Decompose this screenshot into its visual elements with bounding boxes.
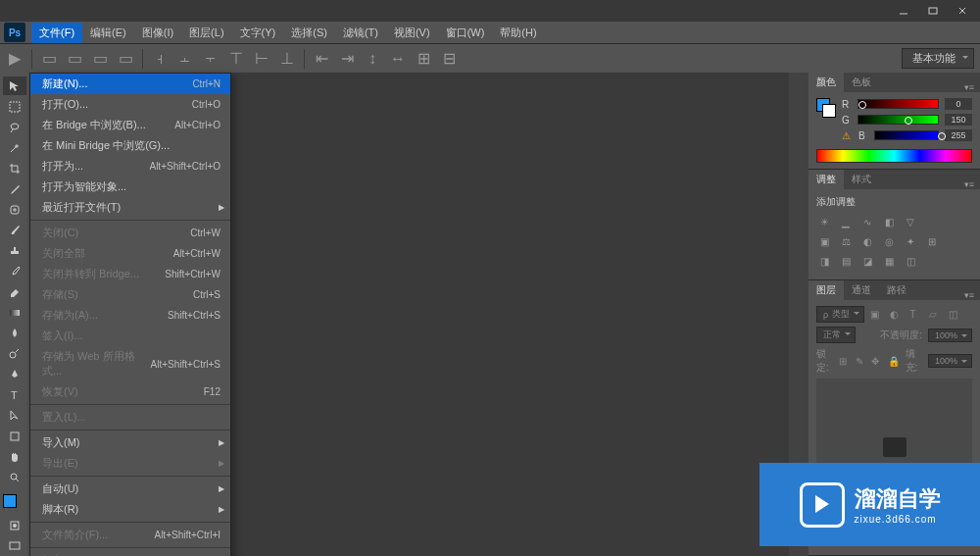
zoom-tool[interactable] — [3, 468, 26, 486]
menu-item[interactable]: 在 Mini Bridge 中浏览(G)... — [30, 135, 230, 156]
blend-mode-dropdown[interactable]: 正常 — [816, 327, 856, 343]
filter-type-icon[interactable]: T — [909, 309, 923, 320]
gradient-tool[interactable] — [3, 303, 26, 322]
align-icon[interactable]: ⊥ — [278, 50, 296, 68]
align-icon[interactable]: ⫠ — [176, 50, 194, 68]
tab-styles[interactable]: 样式 — [844, 170, 879, 189]
r-slider[interactable] — [858, 99, 939, 109]
menu-编辑(E)[interactable]: 编辑(E) — [82, 23, 134, 43]
photo-icon[interactable]: ◎ — [881, 234, 897, 248]
dist-icon[interactable]: ⇤ — [313, 50, 330, 68]
dist-icon[interactable]: ↕ — [364, 50, 381, 68]
menu-item[interactable]: 最近打开文件(T) — [30, 197, 230, 218]
filter-smart-icon[interactable]: ◫ — [949, 309, 962, 320]
menu-item[interactable]: 自动(U) — [30, 479, 230, 499]
g-value[interactable]: 150 — [945, 114, 972, 126]
lock-trans-icon[interactable]: ⊞ — [839, 356, 850, 367]
tab-color[interactable]: 颜色 — [808, 73, 844, 92]
minimize-button[interactable] — [890, 4, 917, 18]
tab-swatches[interactable]: 色板 — [844, 73, 879, 92]
crop-tool[interactable] — [3, 159, 26, 177]
close-button[interactable] — [949, 4, 976, 18]
thresh-icon[interactable]: ◪ — [859, 254, 875, 268]
menu-文字(Y)[interactable]: 文字(Y) — [232, 23, 284, 43]
align-icon[interactable]: ⊢ — [253, 50, 270, 68]
panel-menu-icon[interactable]: ▾≡ — [958, 82, 980, 92]
menu-item[interactable]: 导入(M) — [30, 432, 230, 453]
lock-pixel-icon[interactable]: ✎ — [856, 356, 866, 367]
stamp-tool[interactable] — [3, 241, 26, 260]
filter-dropdown[interactable]: ρ类型 — [816, 306, 864, 323]
dodge-tool[interactable] — [3, 344, 26, 363]
vibrance-icon[interactable]: ▽ — [903, 215, 918, 228]
menu-item[interactable]: 在 Bridge 中浏览(B)...Alt+Ctrl+O — [30, 115, 230, 135]
opt-icon[interactable]: ▭ — [117, 50, 134, 68]
menu-滤镜(T)[interactable]: 滤镜(T) — [335, 23, 386, 43]
lookup-icon[interactable]: ⊞ — [924, 234, 940, 248]
menu-item[interactable]: 新建(N)...Ctrl+N — [30, 74, 230, 94]
poster-icon[interactable]: ▤ — [838, 254, 854, 268]
menu-item[interactable]: 打开(O)...Ctrl+O — [30, 94, 230, 115]
tab-adjustments[interactable]: 调整 — [808, 170, 844, 189]
align-icon[interactable]: ⫞ — [151, 50, 169, 68]
b-value[interactable]: 255 — [945, 129, 972, 141]
warning-icon[interactable]: ⚠ — [842, 130, 851, 141]
eyedropper-tool[interactable] — [3, 179, 26, 198]
quickmask-tool[interactable] — [3, 517, 26, 535]
levels-icon[interactable]: ▁ — [838, 215, 854, 228]
filter-pixel-icon[interactable]: ▣ — [870, 309, 884, 320]
opt-icon[interactable]: ▭ — [40, 50, 58, 68]
menu-图像(I)[interactable]: 图像(I) — [134, 23, 181, 43]
tab-channels[interactable]: 通道 — [844, 280, 879, 300]
dist-icon[interactable]: ⊞ — [415, 50, 432, 68]
gradmap-icon[interactable]: ▦ — [881, 254, 897, 268]
blur-tool[interactable] — [3, 324, 26, 342]
wand-tool[interactable] — [3, 138, 26, 157]
color-swatches[interactable] — [3, 488, 26, 515]
g-slider[interactable] — [858, 115, 939, 125]
type-tool[interactable]: T — [3, 385, 26, 404]
tab-layers[interactable]: 图层 — [808, 280, 844, 300]
pen-tool[interactable] — [3, 365, 26, 383]
path-select-tool[interactable] — [3, 406, 26, 425]
spectrum-bar[interactable] — [816, 149, 972, 163]
brightness-icon[interactable]: ☀ — [816, 215, 832, 228]
brush-tool[interactable] — [3, 221, 26, 239]
maximize-button[interactable] — [919, 4, 947, 18]
hand-tool[interactable] — [3, 447, 26, 466]
tab-paths[interactable]: 路径 — [879, 280, 914, 300]
dist-icon[interactable]: ↔ — [389, 50, 407, 68]
fg-bg-swatch[interactable] — [816, 98, 836, 118]
shape-tool[interactable] — [3, 427, 26, 445]
menu-item[interactable]: 脚本(R) — [30, 499, 230, 520]
menu-图层(L)[interactable]: 图层(L) — [181, 23, 231, 43]
menu-视图(V)[interactable]: 视图(V) — [386, 23, 438, 43]
opacity-value[interactable]: 100% — [928, 329, 972, 342]
menu-帮助(H)[interactable]: 帮助(H) — [492, 23, 544, 43]
r-value[interactable]: 0 — [945, 98, 972, 110]
heal-tool[interactable] — [3, 200, 26, 219]
eraser-tool[interactable] — [3, 282, 26, 301]
history-brush-tool[interactable] — [3, 262, 26, 280]
b-slider[interactable] — [874, 130, 939, 140]
align-icon[interactable]: ⊤ — [227, 50, 245, 68]
lock-pos-icon[interactable]: ✥ — [871, 356, 882, 367]
dist-icon[interactable]: ⊟ — [440, 50, 458, 68]
screenmode-tool[interactable] — [3, 537, 26, 556]
bw-icon[interactable]: ◐ — [859, 234, 875, 248]
panel-menu-icon[interactable]: ▾≡ — [958, 179, 980, 189]
menu-item[interactable]: 打开为智能对象... — [30, 177, 230, 197]
tool-preset-icon[interactable]: ▶ — [6, 50, 24, 68]
marquee-tool[interactable] — [3, 97, 26, 116]
menu-选择(S)[interactable]: 选择(S) — [283, 23, 335, 43]
workspace-switcher[interactable]: 基本功能 — [902, 48, 974, 69]
panel-menu-icon[interactable]: ▾≡ — [958, 290, 980, 300]
menu-窗口(W)[interactable]: 窗口(W) — [438, 23, 493, 43]
menu-文件(F)[interactable]: 文件(F) — [31, 23, 82, 43]
menu-item[interactable]: 打开为...Alt+Shift+Ctrl+O — [30, 156, 230, 177]
lock-all-icon[interactable]: 🔒 — [888, 356, 900, 367]
opt-icon[interactable]: ▭ — [91, 50, 109, 68]
lasso-tool[interactable] — [3, 118, 26, 136]
mixer-icon[interactable]: ✦ — [903, 234, 918, 248]
align-icon[interactable]: ⫟ — [202, 50, 220, 68]
